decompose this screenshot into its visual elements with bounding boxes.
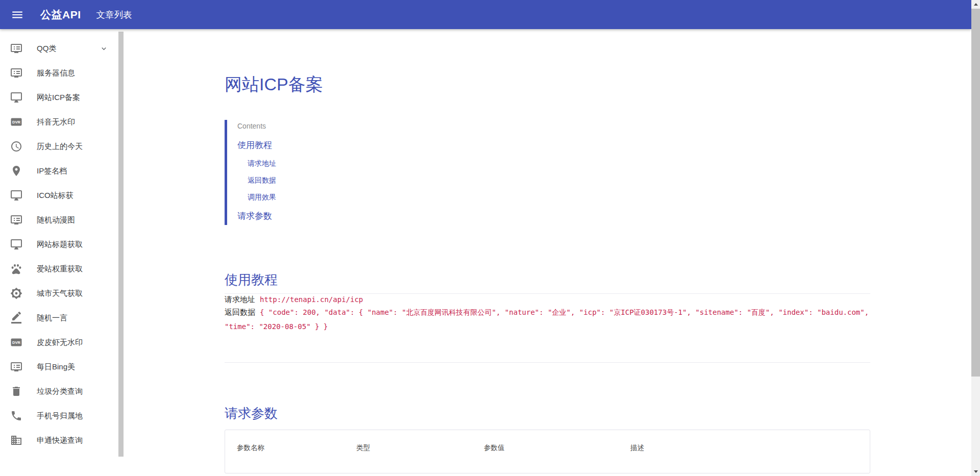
desktop-icon <box>10 238 22 250</box>
col-header-param-name: 参数名称 <box>225 430 345 473</box>
col-header-param-value: 参数值 <box>472 430 619 473</box>
pencil-icon <box>10 312 22 324</box>
sidebar-item-server-info[interactable]: 服务器信息 <box>0 61 125 85</box>
sidebar-item-label: 服务器信息 <box>37 68 75 78</box>
chevron-down-icon[interactable] <box>100 44 108 53</box>
desktop-icon <box>10 189 22 202</box>
toc-label: Contents <box>237 121 870 131</box>
nav-link-articles[interactable]: 文章列表 <box>96 9 132 21</box>
section-heading-params: 请求参数 <box>225 406 870 421</box>
sidebar-item-weather[interactable]: 城市天气获取 <box>0 281 125 306</box>
sidebar-item-label: 每日Bing美 <box>37 362 75 372</box>
sidebar-scrollbar-thumb[interactable] <box>118 32 124 457</box>
scroll-down-arrow-icon[interactable] <box>971 467 980 476</box>
sidebar-item-douyin[interactable]: 抖音无水印 <box>0 110 125 134</box>
sidebar-item-label: 城市天气获取 <box>37 289 83 298</box>
paw-icon <box>10 263 22 275</box>
menu-icon[interactable] <box>11 8 24 21</box>
sidebar-item-express[interactable]: 申通快递查询 <box>0 428 125 453</box>
article: 网站ICP备案 Contents 使用教程 请求地址 返回数据 调用效果 请求参… <box>225 74 870 473</box>
toc-link-return[interactable]: 返回数据 <box>248 176 870 185</box>
main-content: 网站ICP备案 Contents 使用教程 请求地址 返回数据 调用效果 请求参… <box>125 29 971 476</box>
sidebar-item-label: 抖音无水印 <box>37 117 75 127</box>
sidebar-item-label: 历史上的今天 <box>37 142 83 152</box>
page-scrollbar-thumb[interactable] <box>971 9 980 377</box>
sidebar-item-site-title[interactable]: 网站标题获取 <box>0 232 125 257</box>
col-header-description: 描述 <box>619 430 870 473</box>
sidebar-item-icp[interactable]: 网站ICP备案 <box>0 85 125 110</box>
fiber-dvr-icon <box>10 116 22 128</box>
desktop-icon <box>10 91 22 104</box>
sidebar-item-label: 网站ICP备案 <box>37 93 80 103</box>
sidebar-item-ico[interactable]: ICO站标获 <box>0 183 125 208</box>
table-header-row: 参数名称 类型 参数值 描述 <box>225 430 870 473</box>
sidebar-item-aizhan[interactable]: 爱站权重获取 <box>0 257 125 281</box>
sidebar-item-label: 随机动漫图 <box>37 215 75 225</box>
col-header-type: 类型 <box>345 430 472 473</box>
section-heading-usage: 使用教程 <box>225 272 870 288</box>
sidebar-item-label: 网站标题获取 <box>37 240 83 249</box>
scroll-up-arrow-icon[interactable] <box>971 0 980 9</box>
page-title: 网站ICP备案 <box>225 74 870 94</box>
return-data-line: 返回数据{ "code": 200, "data": { "name": "北京… <box>225 305 870 334</box>
sidebar: QQ类 服务器信息 网站ICP备案 抖音无水印 历史上的今天 IP签名档 ICO… <box>0 29 125 476</box>
sidebar-list: QQ类 服务器信息 网站ICP备案 抖音无水印 历史上的今天 IP签名档 ICO… <box>0 29 125 453</box>
sidebar-item-phone-loc[interactable]: 手机号归属地 <box>0 404 125 428</box>
sidebar-item-label: 手机号归属地 <box>37 411 83 421</box>
params-table: 参数名称 类型 参数值 描述 <box>225 430 870 473</box>
sidebar-item-pipixia[interactable]: 皮皮虾无水印 <box>0 330 125 355</box>
app-brand[interactable]: 公益API <box>40 8 81 22</box>
top-navbar: 公益API 文章列表 <box>0 0 971 29</box>
sidebar-item-label: IP签名档 <box>37 166 67 176</box>
dvr-icon <box>10 214 22 226</box>
request-url-label: 请求地址 <box>225 295 255 304</box>
sidebar-item-hitokoto[interactable]: 随机一言 <box>0 306 125 330</box>
sidebar-item-label: 随机一言 <box>37 313 67 323</box>
table-of-contents: Contents 使用教程 请求地址 返回数据 调用效果 请求参数 <box>225 120 870 225</box>
request-url-line: 请求地址http://tenapi.cn/api/icp <box>225 294 870 305</box>
dvr-icon <box>10 361 22 373</box>
sidebar-item-ip-sign[interactable]: IP签名档 <box>0 159 125 183</box>
brightness-icon <box>10 287 22 299</box>
toc-link-params[interactable]: 请求参数 <box>237 211 870 222</box>
building-icon <box>10 434 22 446</box>
phone-icon <box>10 410 22 422</box>
page-scrollbar[interactable] <box>971 0 980 476</box>
trash-icon <box>10 385 22 397</box>
sidebar-item-label: 皮皮虾无水印 <box>37 338 83 347</box>
return-data-label: 返回数据 <box>225 308 255 316</box>
toc-link-usage[interactable]: 使用教程 <box>237 140 870 151</box>
sidebar-item-garbage[interactable]: 垃圾分类查询 <box>0 379 125 404</box>
dvr-icon <box>10 42 22 55</box>
toc-link-request[interactable]: 请求地址 <box>248 159 870 168</box>
sidebar-item-anime-img[interactable]: 随机动漫图 <box>0 208 125 232</box>
sidebar-item-qq[interactable]: QQ类 <box>0 36 125 61</box>
request-url-code: http://tenapi.cn/api/icp <box>260 295 363 304</box>
fiber-dvr-icon <box>10 336 22 348</box>
return-data-code: { "code": 200, "data": { "name": "北京百度网讯… <box>225 308 869 331</box>
dvr-icon <box>10 67 22 79</box>
sidebar-item-label: ICO站标获 <box>37 191 74 201</box>
sidebar-item-label: 申通快递查询 <box>37 436 83 445</box>
sidebar-item-label: 垃圾分类查询 <box>37 387 83 396</box>
sidebar-item-bing[interactable]: 每日Bing美 <box>0 355 125 379</box>
sidebar-item-label: QQ类 <box>37 44 56 54</box>
location-pin-icon <box>10 165 22 177</box>
clock-icon <box>10 140 22 153</box>
toc-link-effect[interactable]: 调用效果 <box>248 192 870 202</box>
sidebar-item-history-today[interactable]: 历史上的今天 <box>0 134 125 159</box>
sidebar-item-label: 爱站权重获取 <box>37 264 83 274</box>
divider <box>225 362 870 363</box>
